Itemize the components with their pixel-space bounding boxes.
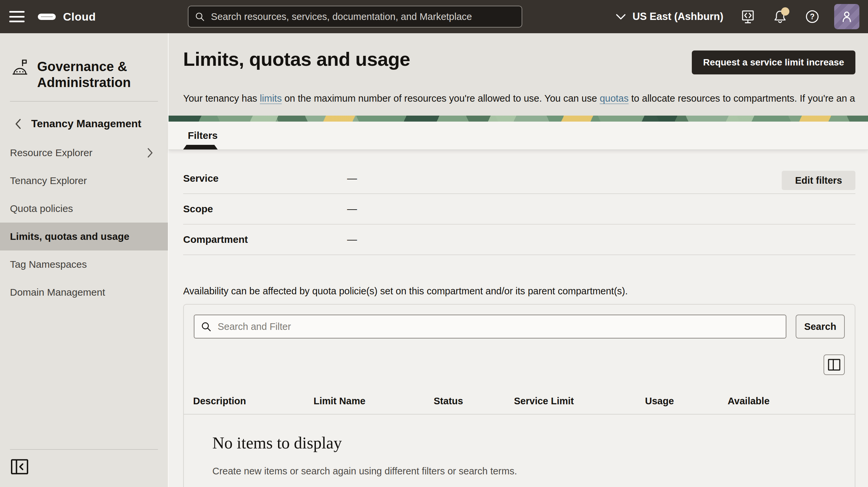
empty-state-subtitle: Create new items or search again using d… [212,466,845,477]
region-label: US East (Ashburn) [632,11,723,23]
limits-table-panel: Search Description Limit Name Status [183,304,856,487]
chevron-down-icon [616,13,626,20]
global-search[interactable] [188,6,522,28]
app-window: Cloud US East (Ashburn) [0,0,868,487]
top-header: Cloud US East (Ashburn) [0,0,868,33]
search-icon [194,11,205,22]
sidebar-item-limits-quotas-usage[interactable]: Limits, quotas and usage [0,223,168,251]
region-selector[interactable]: US East (Ashburn) [616,11,723,23]
cloud-shell-button[interactable] [740,9,756,25]
column-settings-button[interactable] [824,354,845,375]
sidebar-item-quota-policies[interactable]: Quota policies [0,195,168,223]
profile-avatar[interactable] [834,4,859,29]
page-description: Your tenancy has limits on the maximum n… [183,93,856,104]
filter-row-scope: Scope — [183,194,856,225]
sidebar-item-label: Tag Namespaces [10,259,87,270]
search-icon [200,321,212,332]
sidebar: Governance & Administration Tenancy Mana… [0,33,168,487]
limits-link[interactable]: limits [260,93,282,104]
column-header-limit-name[interactable]: Limit Name [314,396,434,407]
main-content: Limits, quotas and usage Request a servi… [168,33,868,487]
request-limit-increase-button[interactable]: Request a service limit increase [692,51,856,75]
filter-label: Service [183,173,347,184]
sidebar-section-header: Governance & Administration [0,33,168,90]
filter-value: — [347,173,357,184]
notifications-button[interactable] [772,9,788,25]
table-search[interactable] [194,315,786,339]
brand: Cloud [38,10,96,23]
filter-label: Compartment [183,234,347,245]
filters-section: Edit filters Service — Scope — Compartme… [183,150,856,255]
sidebar-nav: Resource Explorer Tenancy Explorer Quota… [0,139,168,306]
sidebar-item-label: Domain Management [10,287,105,298]
help-icon: ? [804,9,820,25]
sidebar-bottom-divider [10,449,158,450]
brand-label: Cloud [63,10,96,23]
collapse-sidebar-button[interactable] [11,459,29,476]
display-code-icon [740,9,756,25]
chevron-left-icon [14,119,21,129]
empty-state-title: No items to display [212,433,845,453]
search-button[interactable]: Search [796,315,845,339]
sidebar-item-label: Resource Explorer [10,147,92,159]
collapse-panel-icon [11,459,29,475]
sidebar-item-label: Limits, quotas and usage [10,231,129,242]
person-icon [838,8,856,25]
page-title: Limits, quotas and usage [183,48,410,70]
chevron-right-icon [147,148,153,158]
oracle-logo-icon [38,13,56,20]
header-actions: US East (Ashburn) [616,4,859,29]
sidebar-item-label: Tenancy Explorer [10,175,87,187]
svg-text:?: ? [810,12,814,21]
empty-state: No items to display Create new items or … [194,414,845,477]
column-header-usage[interactable]: Usage [645,396,727,407]
sidebar-back-tenancy-management[interactable]: Tenancy Management [0,102,168,130]
filter-label: Scope [183,203,347,214]
filter-value: — [347,203,357,214]
active-tab-indicator [183,145,218,149]
help-button[interactable]: ? [804,9,820,25]
sidebar-item-label: Quota policies [10,203,73,214]
tab-filters[interactable]: Filters [186,122,220,149]
notification-badge [781,7,789,16]
description-text: on the maximum number of resources you'r… [282,93,599,104]
quotas-link[interactable]: quotas [599,93,628,104]
table-header-row: Description Limit Name Status Service Li… [184,396,855,414]
governance-icon [11,58,29,78]
filter-value: — [347,234,357,245]
sidebar-item-domain-management[interactable]: Domain Management [0,278,168,306]
sidebar-item-tenancy-explorer[interactable]: Tenancy Explorer [0,167,168,195]
global-search-input[interactable] [210,11,516,23]
description-text: to allocate resources to compartments. I… [628,93,856,104]
column-header-available[interactable]: Available [727,396,845,407]
availability-note: Availability can be affected by quota po… [183,286,856,297]
sidebar-item-tag-namespaces[interactable]: Tag Namespaces [0,251,168,278]
sidebar-item-resource-explorer[interactable]: Resource Explorer [0,139,168,167]
column-header-status[interactable]: Status [434,396,514,407]
page-header: Limits, quotas and usage Request a servi… [168,33,868,116]
columns-icon [828,359,840,371]
filter-row-service: Service — [183,164,856,194]
edit-filters-button[interactable]: Edit filters [782,171,856,190]
filter-row-compartment: Compartment — [183,225,856,255]
column-header-service-limit[interactable]: Service Limit [514,396,645,407]
sidebar-back-label: Tenancy Management [31,118,141,130]
tab-bar: Filters [168,122,868,150]
column-header-description[interactable]: Description [193,396,314,407]
sidebar-section-title: Governance & Administration [37,58,137,90]
table-search-input[interactable] [217,321,780,333]
tab-label: Filters [188,130,218,141]
description-text: Your tenancy has [183,93,260,104]
hamburger-menu-button[interactable] [9,11,25,22]
decorative-banner [168,116,868,122]
